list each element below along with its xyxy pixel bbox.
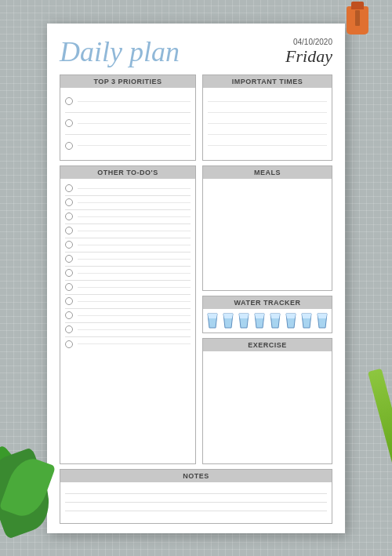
todo-line [78, 231, 191, 231]
notes-header: NOTES [60, 470, 332, 482]
date-section: 04/10/2020 Friday [285, 38, 332, 67]
water-glass-7[interactable] [300, 313, 313, 329]
todo-item[interactable] [65, 309, 191, 323]
priorities-header: TOP 3 PRIORITIES [60, 75, 195, 88]
todo-item[interactable] [65, 323, 191, 337]
date-text: 04/10/2020 [285, 38, 332, 46]
todo-line [78, 315, 191, 316]
todo-checkbox[interactable] [65, 283, 73, 291]
todo-line [78, 202, 191, 203]
priority-item[interactable] [65, 113, 191, 135]
todo-item[interactable] [65, 295, 191, 309]
left-column: TOP 3 PRIORITIES [60, 74, 196, 464]
todo-checkbox[interactable] [65, 227, 73, 234]
page-title: Daily plan [60, 38, 180, 66]
notes-section: NOTES [60, 469, 332, 524]
main-content: TOP 3 PRIORITIES [60, 74, 332, 464]
right-column: IMPORTANT TIMES MEALS WATER TRACKER [202, 74, 332, 464]
note-line[interactable] [65, 485, 327, 494]
water-glass-5[interactable] [269, 313, 281, 329]
pen-decoration [368, 369, 392, 509]
priority-checkbox-3[interactable] [65, 142, 73, 150]
todo-line [78, 259, 191, 260]
priorities-section: TOP 3 PRIORITIES [60, 74, 196, 161]
water-glass-2[interactable] [222, 313, 234, 329]
todos-content [60, 179, 195, 463]
priority-item[interactable] [65, 135, 191, 156]
note-line[interactable] [65, 494, 327, 503]
meals-header: MEALS [203, 166, 332, 179]
priority-line-2 [78, 123, 191, 124]
important-times-section: IMPORTANT TIMES [202, 74, 332, 161]
todos-header: OTHER TO-DO'S [60, 166, 195, 179]
water-tracker-header: WATER TRACKER [203, 296, 332, 309]
todo-item[interactable] [65, 224, 191, 238]
todo-checkbox[interactable] [65, 269, 73, 277]
todo-checkbox[interactable] [65, 325, 73, 333]
leaf-decoration [0, 438, 55, 532]
exercise-content [203, 351, 332, 463]
exercise-section: EXERCISE [202, 338, 332, 464]
time-line[interactable] [208, 102, 327, 113]
water-tracker-section: WATER TRACKER [202, 296, 332, 333]
todo-item[interactable] [65, 210, 191, 224]
priority-checkbox-2[interactable] [65, 119, 73, 127]
todo-item[interactable] [65, 337, 191, 351]
time-line[interactable] [208, 124, 327, 135]
water-glass-6[interactable] [285, 313, 297, 329]
note-line[interactable] [65, 511, 327, 519]
todo-checkbox[interactable] [65, 184, 73, 192]
todo-line [78, 287, 191, 288]
todo-checkbox[interactable] [65, 255, 73, 263]
important-times-header: IMPORTANT TIMES [203, 75, 332, 88]
water-glass-4[interactable] [253, 313, 266, 329]
water-glass-8[interactable] [316, 313, 328, 329]
todo-line [78, 188, 191, 189]
sharpener-decoration [347, 6, 368, 35]
day-text: Friday [285, 46, 332, 67]
priorities-content [60, 88, 195, 160]
daily-planner-paper: Daily plan 04/10/2020 Friday TOP 3 PRIOR… [47, 24, 345, 533]
paper-header: Daily plan 04/10/2020 Friday [60, 38, 332, 67]
todo-checkbox[interactable] [65, 241, 73, 249]
time-line[interactable] [208, 146, 327, 156]
time-line[interactable] [208, 91, 327, 102]
exercise-header: EXERCISE [203, 339, 332, 351]
todo-checkbox[interactable] [65, 311, 73, 319]
todos-section: OTHER TO-DO'S [60, 165, 196, 464]
todo-line [78, 343, 191, 344]
todo-line [78, 301, 191, 302]
note-line[interactable] [65, 503, 327, 511]
todo-checkbox[interactable] [65, 297, 73, 305]
time-line[interactable] [208, 135, 327, 146]
time-line[interactable] [208, 113, 327, 124]
todo-item[interactable] [65, 267, 191, 281]
priority-line-3 [78, 145, 191, 146]
todo-item[interactable] [65, 238, 191, 253]
water-glasses-container [203, 309, 332, 333]
todo-item[interactable] [65, 196, 191, 210]
todo-item[interactable] [65, 253, 191, 267]
priority-item[interactable] [65, 91, 191, 113]
todo-checkbox[interactable] [65, 213, 73, 220]
todo-item[interactable] [65, 182, 191, 196]
todo-checkbox[interactable] [65, 198, 73, 206]
meals-content [203, 179, 332, 291]
times-content [203, 88, 332, 160]
todo-item[interactable] [65, 281, 191, 295]
todo-line [78, 329, 191, 330]
todo-line [78, 273, 191, 274]
notes-content [60, 482, 332, 523]
todo-line [78, 216, 191, 217]
priority-checkbox-1[interactable] [65, 97, 73, 105]
todo-checkbox[interactable] [65, 340, 73, 348]
water-glass-1[interactable] [206, 313, 219, 329]
priority-line-1 [78, 101, 191, 102]
meals-section: MEALS [202, 165, 332, 292]
todo-line [78, 245, 191, 245]
water-glass-3[interactable] [238, 313, 250, 329]
